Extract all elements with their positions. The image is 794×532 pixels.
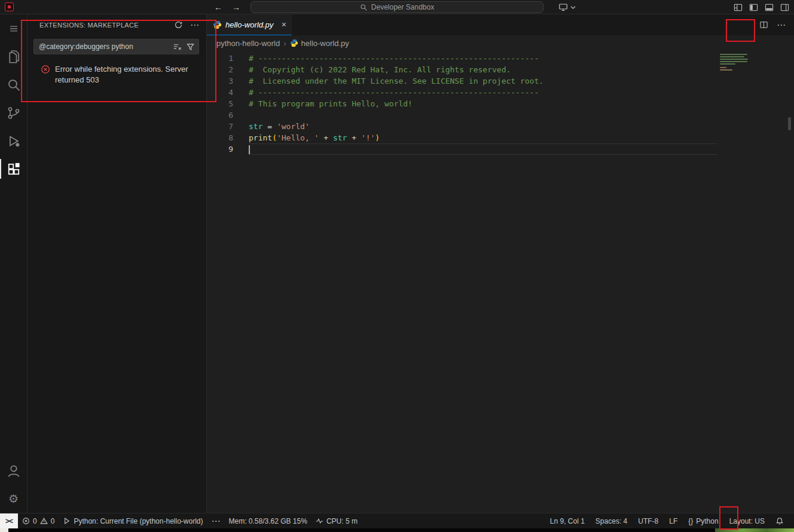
- breadcrumb-file-label: hello-world.py: [301, 39, 349, 48]
- line-number: 7: [207, 121, 249, 132]
- source-control-icon: [7, 106, 21, 120]
- error-text-line2: returned 503: [55, 75, 188, 85]
- accounts-button[interactable]: [0, 457, 27, 485]
- python-file-icon: [290, 39, 298, 47]
- breadcrumb-file[interactable]: hello-world.py: [290, 39, 349, 48]
- keyboard-layout[interactable]: Layout: US: [724, 513, 770, 528]
- notifications-button[interactable]: [770, 513, 789, 528]
- forward-icon[interactable]: →: [232, 2, 240, 12]
- braces-icon: {}: [688, 517, 693, 525]
- command-center[interactable]: Developer Sandbox: [251, 1, 543, 13]
- python-debug-config[interactable]: Python: Current File (python-hello-world…: [59, 513, 207, 528]
- scrollbar-thumb[interactable]: [788, 117, 791, 130]
- memory-status-label: Mem: 0.58/3.62 GB 15%: [228, 517, 307, 525]
- toggle-panel-icon[interactable]: [765, 3, 774, 12]
- cursor-position[interactable]: Ln 9, Col 1: [545, 513, 590, 528]
- more-actions-icon[interactable]: ⋯: [190, 20, 199, 29]
- extensions-icon: [7, 162, 21, 176]
- memory-status[interactable]: Mem: 0.58/3.62 GB 15%: [224, 513, 311, 528]
- breadcrumb: python-hello-world › hello-world.py: [207, 35, 794, 51]
- code-line[interactable]: 3# Licensed under the MIT License. See L…: [207, 75, 794, 87]
- search-icon: [7, 78, 21, 92]
- more-status-icon: ⋯: [211, 516, 220, 525]
- history-nav: ← →: [214, 0, 240, 14]
- extensions-error-message: Error while fetching extensions. Server …: [41, 64, 196, 85]
- sidebar-item-explorer[interactable]: [0, 42, 27, 71]
- sidebar-item-search[interactable]: [0, 71, 27, 99]
- pulse-icon: [316, 517, 323, 525]
- code-line[interactable]: 6: [207, 109, 794, 121]
- line-number: 9: [207, 143, 249, 155]
- tab-bar: hello-world.py × ⋯: [207, 14, 794, 35]
- title-bar: ← → Developer Sandbox: [0, 0, 794, 14]
- warning-count: 0: [51, 517, 55, 525]
- breadcrumb-folder[interactable]: python-hello-world: [216, 39, 280, 48]
- line-number: 4: [207, 87, 249, 98]
- customize-layout-icon[interactable]: [734, 3, 743, 12]
- refresh-icon[interactable]: [174, 20, 183, 29]
- sidebar-item-source-control[interactable]: [0, 99, 27, 127]
- hamburger-icon: [9, 24, 19, 33]
- back-icon[interactable]: ←: [214, 2, 222, 12]
- code-line[interactable]: 7str = 'world': [207, 121, 794, 132]
- error-count-icon: [22, 517, 30, 525]
- code-lines: 1# -------------------------------------…: [207, 53, 794, 155]
- extensions-search-input[interactable]: [39, 42, 173, 51]
- code-editor[interactable]: 1# -------------------------------------…: [207, 51, 794, 513]
- remote-indicator[interactable]: ><: [0, 513, 18, 528]
- code-line[interactable]: 2# Copyright (c) 2022 Red Hat, Inc. All …: [207, 64, 794, 75]
- sidebar-header: EXTENSIONS: MARKETPLACE ⋯: [28, 14, 206, 35]
- sidebar-title: EXTENSIONS: MARKETPLACE: [39, 22, 174, 29]
- eol-sequence[interactable]: LF: [664, 513, 683, 528]
- line-number: 1: [207, 53, 249, 64]
- line-number: 5: [207, 98, 249, 109]
- menu-button[interactable]: [0, 14, 27, 42]
- filter-icon[interactable]: [186, 42, 195, 51]
- problems-status[interactable]: 0 0: [18, 513, 59, 528]
- tab-close-icon[interactable]: ×: [282, 20, 286, 29]
- tab-hello-world-py[interactable]: hello-world.py ×: [207, 14, 292, 35]
- background-tasks[interactable]: ⋯: [207, 513, 224, 528]
- sidebar-item-extensions[interactable]: [0, 155, 27, 183]
- breadcrumb-separator: ›: [283, 39, 286, 48]
- editor-actions: ⋯: [759, 14, 794, 35]
- extensions-sidebar: EXTENSIONS: MARKETPLACE ⋯: [28, 14, 207, 513]
- sidebar-item-run-debug[interactable]: [0, 127, 27, 155]
- language-mode[interactable]: {} Python: [683, 513, 723, 528]
- cpu-status-label: CPU: 5 m: [326, 517, 358, 525]
- encoding[interactable]: UTF-8: [633, 513, 664, 528]
- sidebar-actions: ⋯: [174, 20, 199, 29]
- code-line[interactable]: 9: [207, 143, 794, 155]
- status-bar: >< 0 0 Python: Current File (python-hell…: [0, 513, 794, 528]
- wallpaper-corner-left: [0, 528, 8, 532]
- text-cursor: [249, 145, 250, 154]
- toggle-secondary-sidebar-icon[interactable]: [780, 3, 789, 12]
- error-text: Error while fetching extensions. Server …: [55, 64, 188, 85]
- code-line[interactable]: 8print('Hello, ' + str + '!'): [207, 132, 794, 143]
- settings-button[interactable]: ⚙: [0, 485, 27, 513]
- clear-filter-icon[interactable]: [173, 42, 182, 51]
- python-file-icon: [213, 20, 222, 29]
- split-editor-icon[interactable]: [759, 20, 768, 29]
- line-number: 2: [207, 64, 249, 75]
- remote-menu[interactable]: [558, 0, 576, 14]
- editor-more-actions-icon[interactable]: ⋯: [777, 20, 786, 29]
- cpu-status[interactable]: CPU: 5 m: [312, 513, 362, 528]
- editor-group: hello-world.py × ⋯ python-hello-world ›: [207, 14, 794, 513]
- error-icon: [41, 65, 50, 74]
- status-bar-left: >< 0 0 Python: Current File (python-hell…: [0, 513, 362, 528]
- toggle-sidebar-icon[interactable]: [749, 3, 758, 12]
- explorer-icon: [7, 50, 21, 64]
- main-area: ⚙ EXTENSIONS: MARKETPLACE ⋯: [0, 14, 794, 513]
- code-line[interactable]: 1# -------------------------------------…: [207, 53, 794, 64]
- command-center-label: Developer Sandbox: [371, 3, 434, 11]
- minimap[interactable]: [720, 54, 786, 72]
- indentation[interactable]: Spaces: 4: [590, 513, 633, 528]
- language-mode-label: Python: [696, 517, 718, 525]
- devspaces-logo-icon: [5, 2, 14, 11]
- code-line[interactable]: 4# -------------------------------------…: [207, 87, 794, 98]
- warning-count-icon: [40, 517, 48, 525]
- search-box-actions: [173, 42, 195, 51]
- code-line[interactable]: 5# This program prints Hello, world!: [207, 98, 794, 109]
- activity-bar: ⚙: [0, 14, 28, 513]
